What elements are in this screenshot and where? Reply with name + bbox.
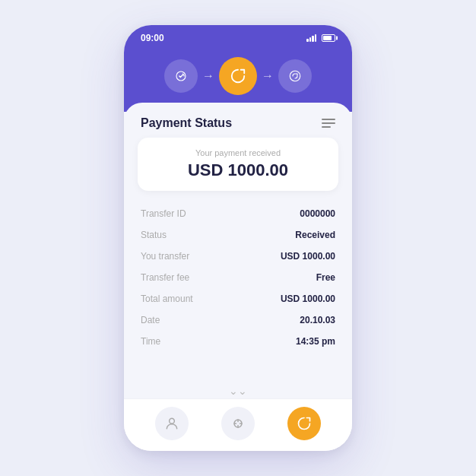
detail-row: Total amountUSD 1000.00 (141, 288, 335, 309)
profile-icon (164, 416, 179, 431)
menu-line-1 (322, 119, 335, 120)
detail-row: You transferUSD 1000.00 (141, 246, 335, 267)
svg-point-0 (170, 418, 175, 424)
detail-label: Transfer fee (141, 272, 189, 283)
status-time: 09:00 (141, 33, 164, 43)
detail-value: Received (295, 230, 335, 240)
details-list: Transfer ID0000000StatusReceivedYou tran… (124, 203, 352, 380)
signal-icon (306, 34, 316, 42)
detail-label: Status (141, 230, 167, 240)
detail-value: 20.10.03 (300, 315, 335, 325)
phone-frame: 09:00 (124, 25, 352, 451)
detail-value: Free (316, 272, 335, 283)
phone-body: Payment Status Your payment received USD… (124, 103, 352, 451)
amount-card: Your payment received USD 1000.00 (138, 138, 338, 191)
processing-icon (230, 68, 246, 84)
detail-label: Total amount (141, 294, 193, 304)
status-bar: 09:00 (124, 25, 352, 46)
received-icon (288, 69, 302, 83)
bottom-nav (124, 398, 352, 451)
menu-line-2 (322, 122, 335, 124)
card-header: Payment Status (124, 103, 352, 138)
amount-label: Your payment received (151, 148, 325, 157)
nav-profile[interactable] (155, 407, 189, 440)
transfer-icon (297, 416, 312, 431)
step-processing (219, 57, 257, 95)
menu-line-3 (322, 126, 331, 128)
nav-transfer[interactable] (287, 407, 321, 440)
arrow-2: → (262, 69, 274, 83)
detail-label: You transfer (141, 251, 189, 262)
detail-value: 14:35 pm (296, 336, 335, 347)
step-send (164, 59, 198, 93)
detail-value: USD 1000.00 (281, 251, 335, 262)
detail-label: Time (141, 336, 160, 347)
card-title: Payment Status (141, 116, 232, 130)
amount-value: USD 1000.00 (151, 160, 325, 180)
arrow-1: → (202, 69, 214, 83)
detail-row: Transfer feeFree (141, 267, 335, 288)
step-received (278, 59, 312, 93)
menu-button[interactable] (322, 119, 335, 128)
detail-label: Date (141, 315, 160, 325)
chevron-down-icon[interactable]: ⌄⌄ (124, 380, 352, 398)
battery-icon (322, 34, 335, 42)
status-icons (306, 34, 335, 42)
detail-label: Transfer ID (141, 208, 186, 219)
detail-row: Transfer ID0000000 (141, 203, 335, 224)
phone-header: 09:00 (124, 25, 352, 112)
detail-row: Time14:35 pm (141, 331, 335, 352)
detail-row: Date20.10.03 (141, 309, 335, 331)
wallet-icon (230, 416, 246, 431)
send-icon (174, 69, 188, 83)
detail-value: 0000000 (300, 208, 335, 219)
nav-wallet[interactable] (221, 407, 255, 440)
detail-value: USD 1000.00 (281, 294, 335, 304)
detail-row: StatusReceived (141, 224, 335, 246)
